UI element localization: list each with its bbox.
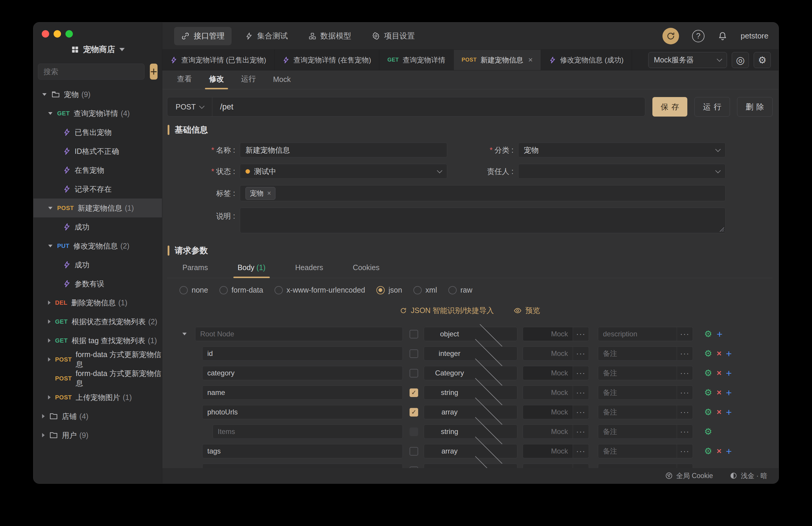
category-select[interactable]: 宠物 (518, 142, 726, 157)
field-settings-icon[interactable] (704, 447, 712, 455)
add-field-icon[interactable] (717, 329, 723, 339)
global-cookie-button[interactable]: 全局 Cookie (665, 471, 713, 480)
maximize-window-button[interactable] (66, 30, 73, 37)
type-select[interactable]: object (424, 327, 517, 341)
more-options-icon[interactable] (573, 386, 589, 400)
sidebar-folder-store[interactable]: 店铺(4) (33, 407, 162, 426)
sidebar-item-put-update-pet[interactable]: PUT修改宠物信息(2) (33, 236, 162, 255)
mock-input[interactable] (523, 424, 573, 439)
sidebar-case-sold-pet[interactable]: 已售出宠物 (33, 123, 162, 142)
description-input[interactable] (598, 405, 677, 419)
field-settings-icon[interactable] (704, 388, 712, 397)
field-name-input[interactable] (202, 405, 403, 419)
delete-field-icon[interactable] (717, 388, 721, 397)
tab-new-pet-active[interactable]: POST 新建宠物信息 (454, 50, 541, 70)
help-icon[interactable] (692, 30, 705, 42)
field-settings-icon[interactable] (704, 330, 712, 339)
tab-available-pet-detail[interactable]: 查询宠物详情 (在售宠物) (275, 50, 380, 70)
field-name-input[interactable] (202, 464, 403, 468)
more-options-icon[interactable] (573, 444, 589, 458)
mock-input[interactable] (523, 327, 573, 341)
required-checkbox[interactable] (409, 447, 418, 455)
sidebar-case-success2[interactable]: 成功 (33, 255, 162, 274)
more-options-icon[interactable] (677, 405, 693, 419)
tab-params[interactable]: Params (183, 263, 208, 278)
url-input[interactable] (212, 97, 645, 116)
more-options-icon[interactable] (677, 386, 693, 400)
add-field-icon[interactable] (726, 388, 732, 397)
tab-cookies[interactable]: Cookies (353, 263, 379, 278)
required-checkbox-checked[interactable] (409, 388, 418, 397)
field-settings-icon[interactable] (704, 427, 712, 436)
type-select[interactable]: array (424, 444, 517, 458)
delete-field-icon[interactable] (717, 447, 721, 455)
sidebar-item-post-formdata-update2[interactable]: POSTform-data 方式更新宠物信息 (33, 369, 162, 388)
sidebar-case-success[interactable]: 成功 (33, 217, 162, 236)
owner-select[interactable] (518, 164, 726, 179)
sidebar-folder-user[interactable]: 用户(9) (33, 426, 162, 445)
sidebar-item-get-by-tag[interactable]: GET根据 tag 查找宠物列表(1) (33, 331, 162, 350)
description-input[interactable] (598, 327, 677, 341)
mock-server-select[interactable]: Mock服务器 (648, 52, 727, 68)
sidebar-item-get-pet-detail[interactable]: GET查询宠物详情(4) (33, 104, 162, 123)
tab-update-pet-success[interactable]: 修改宠物信息 (成功) (541, 50, 632, 70)
nav-project-settings[interactable]: 项目设置 (365, 27, 422, 45)
search-input[interactable] (38, 64, 145, 79)
type-select[interactable]: string (424, 386, 517, 400)
field-settings-icon[interactable] (704, 408, 712, 417)
radio-json[interactable]: json (376, 286, 402, 294)
description-input[interactable] (598, 424, 677, 439)
field-name-input[interactable] (195, 327, 403, 341)
subtab-edit[interactable]: 修改 (209, 74, 224, 89)
field-settings-icon[interactable] (704, 369, 712, 377)
type-select[interactable]: string (424, 424, 517, 439)
field-name-input[interactable] (213, 424, 403, 439)
sidebar-item-post-upload-image[interactable]: POST上传宠物图片(1) (33, 388, 162, 407)
more-options-icon[interactable] (677, 464, 693, 468)
subtab-run[interactable]: 运行 (241, 74, 256, 89)
chevron-down-icon[interactable] (183, 333, 187, 335)
preview-link[interactable]: 预览 (513, 305, 540, 315)
tab-headers[interactable]: Headers (295, 263, 323, 278)
method-select[interactable]: POST (167, 97, 212, 116)
tab-get-pet-detail[interactable]: GET 查询宠物详情 (379, 50, 454, 70)
add-field-icon[interactable] (726, 407, 732, 417)
close-icon[interactable] (528, 55, 533, 64)
subtab-view[interactable]: 查看 (177, 74, 192, 89)
sidebar-case-available-pet[interactable]: 在售宠物 (33, 161, 162, 180)
mock-input[interactable] (523, 366, 573, 380)
project-switcher[interactable]: 宠物商店 (33, 44, 162, 55)
more-options-icon[interactable] (677, 346, 693, 361)
description-input[interactable] (598, 464, 677, 468)
field-name-input[interactable] (202, 444, 403, 458)
add-field-icon[interactable] (726, 368, 732, 378)
sidebar-item-get-by-status[interactable]: GET根据状态查找宠物列表(2) (33, 312, 162, 331)
radio-form-data[interactable]: form-data (219, 286, 263, 294)
required-checkbox-checked[interactable] (409, 408, 418, 417)
type-select[interactable]: array (424, 405, 517, 419)
required-checkbox[interactable] (409, 349, 418, 358)
more-options-icon[interactable] (573, 327, 589, 341)
description-input[interactable] (598, 366, 677, 380)
tags-field[interactable]: 宠物 (240, 185, 726, 201)
theme-toggle[interactable]: 浅金 · 暗 (730, 471, 767, 480)
sidebar-case-bad-id[interactable]: ID格式不正确 (33, 142, 162, 161)
preview-target-button[interactable] (732, 52, 749, 68)
add-field-icon[interactable] (726, 348, 732, 359)
mock-input[interactable] (523, 405, 573, 419)
required-checkbox[interactable] (409, 369, 418, 377)
save-button[interactable]: 保存 (652, 97, 687, 117)
more-options-icon[interactable] (573, 405, 589, 419)
more-options-icon[interactable] (677, 444, 693, 458)
more-options-icon[interactable] (677, 366, 693, 380)
field-settings-icon[interactable] (704, 349, 712, 358)
mock-input[interactable] (523, 444, 573, 458)
description-textarea[interactable] (240, 208, 726, 233)
delete-field-icon[interactable] (717, 408, 721, 416)
notifications-bell-icon[interactable] (717, 31, 728, 41)
type-select[interactable]: Category (424, 366, 517, 380)
tab-sold-pet-detail[interactable]: 查询宠物详情 (已售出宠物) (162, 50, 275, 70)
more-options-icon[interactable] (573, 424, 589, 439)
more-options-icon[interactable] (677, 424, 693, 439)
mock-input[interactable] (523, 464, 573, 468)
